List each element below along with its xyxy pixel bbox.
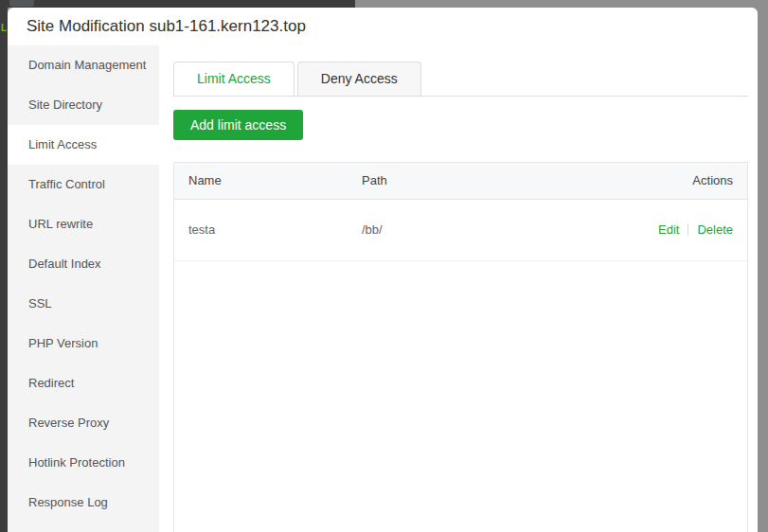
dimmed-background-top xyxy=(0,0,355,8)
column-header-name: Name xyxy=(174,163,348,199)
action-divider xyxy=(688,223,688,236)
settings-sidebar: Domain Management Site Directory Limit A… xyxy=(8,45,159,532)
table-row: testa /bb/ EditDelete xyxy=(174,199,747,260)
limit-access-table: Name Path Actions testa /bb/ EditDelete xyxy=(173,162,748,532)
cell-actions: EditDelete xyxy=(605,199,747,260)
background-page-fragment xyxy=(9,0,34,7)
background-text-fragment: L xyxy=(1,24,7,33)
dialog-body: Domain Management Site Directory Limit A… xyxy=(8,45,758,532)
sidebar-item-default-index[interactable]: Default Index xyxy=(8,244,159,284)
tab-limit-access[interactable]: Limit Access xyxy=(173,62,295,96)
edit-link[interactable]: Edit xyxy=(658,222,679,237)
dialog-title: Site Modification sub1-161.kern123.top xyxy=(8,8,758,45)
site-modification-dialog: Site Modification sub1-161.kern123.top D… xyxy=(8,8,758,532)
dimmed-background-left xyxy=(0,0,8,532)
sidebar-item-ssl[interactable]: SSL xyxy=(8,284,159,324)
tab-bar: Limit Access Deny Access xyxy=(173,62,748,97)
sidebar-item-limit-access[interactable]: Limit Access xyxy=(8,125,159,165)
sidebar-item-url-rewrite[interactable]: URL rewrite xyxy=(8,204,159,244)
add-limit-access-button[interactable]: Add limit access xyxy=(173,110,303,140)
sidebar-item-site-directory[interactable]: Site Directory xyxy=(8,85,159,125)
delete-link[interactable]: Delete xyxy=(697,222,733,237)
sidebar-item-redirect[interactable]: Redirect xyxy=(8,364,159,403)
table-header-row: Name Path Actions xyxy=(174,163,747,199)
column-header-actions: Actions xyxy=(605,163,747,199)
cell-name: testa xyxy=(174,199,348,260)
column-header-path: Path xyxy=(348,163,605,199)
sidebar-item-reverse-proxy[interactable]: Reverse Proxy xyxy=(8,403,159,443)
sidebar-item-hotlink-protection[interactable]: Hotlink Protection xyxy=(8,443,159,483)
tab-deny-access[interactable]: Deny Access xyxy=(297,62,421,96)
sidebar-item-traffic-control[interactable]: Traffic Control xyxy=(8,165,159,204)
cell-path: /bb/ xyxy=(348,199,605,260)
limit-access-panel: Limit Access Deny Access Add limit acces… xyxy=(159,45,758,532)
sidebar-item-domain-management[interactable]: Domain Management xyxy=(8,45,159,85)
sidebar-item-php-version[interactable]: PHP Version xyxy=(8,324,159,364)
sidebar-item-response-log[interactable]: Response Log xyxy=(8,483,159,523)
